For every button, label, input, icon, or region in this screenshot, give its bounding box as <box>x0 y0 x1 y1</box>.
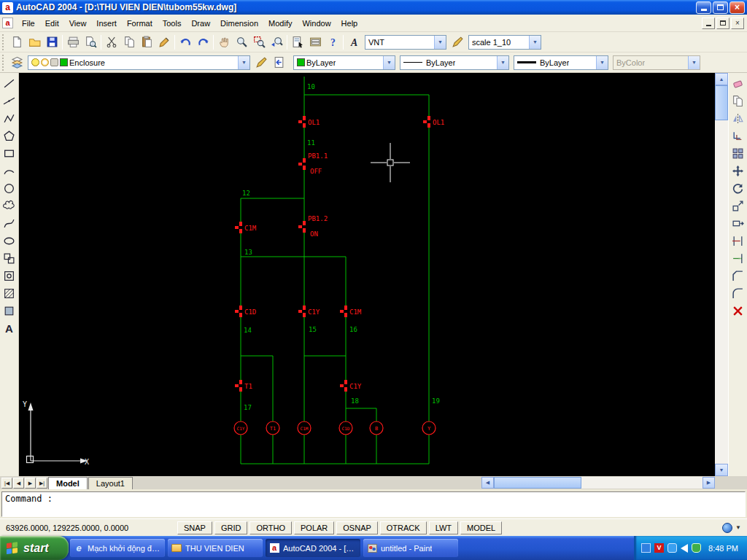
scale-icon[interactable] <box>729 197 747 214</box>
first-tab-icon[interactable]: |◀ <box>1 478 12 489</box>
menu-view[interactable]: View <box>64 16 92 31</box>
next-tab-icon[interactable]: ▶ <box>25 478 36 489</box>
move-icon[interactable] <box>729 162 747 179</box>
volume-icon[interactable] <box>681 544 688 553</box>
tab-model[interactable]: Model <box>48 477 88 489</box>
horizontal-scrollbar[interactable]: ◀ ▶ <box>481 477 715 489</box>
copy-icon[interactable] <box>120 34 138 51</box>
polygon-icon[interactable] <box>1 127 18 144</box>
menu-tools[interactable]: Tools <box>158 16 187 31</box>
previous-tab-icon[interactable]: ◀ <box>13 478 24 489</box>
make-block-icon[interactable] <box>1 267 18 284</box>
chevron-down-icon[interactable]: ▼ <box>497 56 508 69</box>
lwt-toggle[interactable]: LWT <box>429 521 458 534</box>
taskbar-task-autocad[interactable]: a AutoCAD 2004 - [D:\... <box>266 539 360 557</box>
menu-draw[interactable]: Draw <box>186 16 215 31</box>
antivirus-icon[interactable]: V <box>654 543 664 553</box>
circle-icon[interactable] <box>1 179 18 197</box>
scroll-left-icon[interactable]: ◀ <box>481 477 494 489</box>
insert-block-icon[interactable] <box>1 249 18 267</box>
restore-button[interactable] <box>713 1 728 14</box>
extend-icon[interactable] <box>729 249 747 267</box>
rotate-icon[interactable] <box>729 179 747 197</box>
security-shield-icon[interactable] <box>692 543 701 553</box>
scale-combo[interactable]: scale 1_10 ▼ <box>468 35 541 50</box>
chevron-down-icon[interactable]: ▼ <box>383 56 395 69</box>
text-style-icon[interactable] <box>345 34 363 51</box>
pan-realtime-icon[interactable] <box>215 34 233 51</box>
menu-file[interactable]: File <box>17 16 40 31</box>
new-icon[interactable] <box>8 34 26 51</box>
vertical-scrollbar[interactable]: ▲ ▼ <box>715 73 728 476</box>
undo-icon[interactable] <box>177 34 194 51</box>
horizontal-scroll-thumb[interactable] <box>494 477 581 489</box>
grid-toggle[interactable]: GRID <box>214 521 248 534</box>
plot-icon[interactable] <box>64 34 82 51</box>
vertical-scroll-thumb[interactable] <box>715 85 728 120</box>
spline-icon[interactable] <box>1 214 18 232</box>
chevron-down-icon[interactable]: ▼ <box>434 36 446 49</box>
scroll-right-icon[interactable]: ▶ <box>703 477 715 489</box>
zoom-realtime-icon[interactable] <box>233 34 250 51</box>
redo-icon[interactable] <box>194 34 212 51</box>
mirror-icon[interactable] <box>729 109 747 127</box>
make-object-layer-current-icon[interactable] <box>252 54 270 71</box>
multiline-text-icon[interactable]: A <box>1 319 18 337</box>
mdi-minimize-button[interactable] <box>702 18 715 29</box>
ellipse-icon[interactable] <box>1 232 18 249</box>
color-combo[interactable]: ByLayer ▼ <box>293 55 395 70</box>
plot-preview-icon[interactable] <box>82 34 99 51</box>
menu-edit[interactable]: Edit <box>40 16 64 31</box>
designcenter-icon[interactable] <box>306 34 324 51</box>
ortho-toggle[interactable]: ORTHO <box>249 521 292 534</box>
command-window[interactable]: Command : <box>0 489 747 518</box>
menu-insert[interactable]: Insert <box>91 16 122 31</box>
command-line[interactable]: Command : <box>1 491 746 517</box>
taskbar-task-folder[interactable]: THU VIEN DIEN <box>168 539 263 557</box>
menu-modify[interactable]: Modify <box>263 16 297 31</box>
match-properties-icon[interactable] <box>155 34 173 51</box>
messenger-icon[interactable] <box>667 543 677 553</box>
region-icon[interactable] <box>1 302 18 319</box>
tab-layout1[interactable]: Layout1 <box>88 477 133 489</box>
menu-format[interactable]: Format <box>122 16 158 31</box>
line-icon[interactable] <box>1 74 18 92</box>
mdi-restore-button[interactable] <box>716 18 729 29</box>
scroll-down-icon[interactable]: ▼ <box>715 464 728 476</box>
properties-icon[interactable] <box>289 34 306 51</box>
taskbar-task-paint[interactable]: untitled - Paint <box>363 539 458 557</box>
start-button[interactable]: start <box>0 536 69 560</box>
lineweight-combo[interactable]: ByLayer ▼ <box>514 55 608 70</box>
chamfer-icon[interactable] <box>729 267 747 284</box>
open-icon[interactable] <box>26 34 43 51</box>
zoom-window-icon[interactable] <box>250 34 268 51</box>
last-tab-icon[interactable]: ▶| <box>36 478 47 489</box>
arc-icon[interactable] <box>1 162 18 179</box>
revision-cloud-icon[interactable] <box>1 197 18 214</box>
hatch-icon[interactable] <box>1 284 18 302</box>
explode-icon[interactable] <box>729 302 747 319</box>
scroll-up-icon[interactable]: ▲ <box>715 73 728 85</box>
array-icon[interactable] <box>729 144 747 162</box>
mdi-close-button[interactable]: × <box>731 18 744 29</box>
menu-dimension[interactable]: Dimension <box>215 16 263 31</box>
polar-toggle[interactable]: POLAR <box>294 521 334 534</box>
layer-on-bulb-icon[interactable] <box>31 58 39 66</box>
layer-properties-manager-icon[interactable] <box>8 54 26 71</box>
offset-icon[interactable] <box>729 127 747 144</box>
status-menu-arrow-icon[interactable]: ▼ <box>735 524 741 531</box>
chevron-down-icon[interactable]: ▼ <box>529 36 541 49</box>
taskbar-task-ie[interactable]: e Mạch khởi động động ... <box>70 539 165 557</box>
zoom-previous-icon[interactable] <box>268 34 285 51</box>
scale-pen-icon[interactable] <box>449 34 466 51</box>
model-toggle[interactable]: MODEL <box>460 521 502 534</box>
stretch-icon[interactable] <box>729 214 747 232</box>
rectangle-icon[interactable] <box>1 144 18 162</box>
chevron-down-icon[interactable]: ▼ <box>238 56 249 69</box>
toolbar-grip[interactable] <box>2 34 6 50</box>
close-button[interactable]: × <box>729 1 745 14</box>
minimize-button[interactable] <box>696 1 711 14</box>
snap-toggle[interactable]: SNAP <box>177 521 212 534</box>
osnap-toggle[interactable]: OSNAP <box>336 521 378 534</box>
fillet-icon[interactable] <box>729 284 747 302</box>
